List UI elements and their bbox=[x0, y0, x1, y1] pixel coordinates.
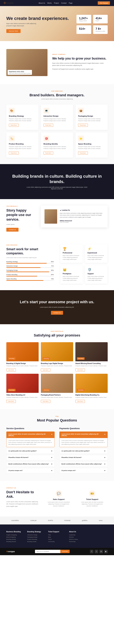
footer-link[interactable]: Graphic Designing bbox=[6, 534, 24, 536]
footer-link[interactable]: Product Branding bbox=[27, 539, 45, 540]
portfolio-description: Praesent volupis dolor et lorem vitendra… bbox=[41, 396, 73, 398]
contact-section: Contact Us Don't Hesitate to Ask. Lorem … bbox=[0, 481, 114, 516]
nav-link-works[interactable]: Works bbox=[47, 2, 52, 4]
nav-link-page[interactable]: Page bbox=[69, 2, 72, 4]
footer-link[interactable]: Branding Results bbox=[6, 541, 24, 542]
service-description: Praesent volupis dolor et lorem Vitendra… bbox=[9, 146, 36, 150]
service-cta-button[interactable]: Read More bbox=[44, 152, 53, 154]
stat-card-2: 414+ Expert bbox=[93, 15, 108, 24]
faq-question[interactable]: Lorem ipsum dolor sit amet consectetur a… bbox=[59, 432, 108, 438]
testimonial-author: William McGonnel bbox=[60, 220, 104, 222]
service-title: Branding Strategy bbox=[9, 115, 36, 117]
nav-cta-button[interactable]: Get Started bbox=[98, 1, 110, 5]
portfolio-cta-button[interactable]: View More bbox=[75, 368, 85, 372]
faq-question[interactable]: Ut porta conque est? ▼ bbox=[59, 468, 108, 473]
smart-work-section: Our Process Smart work for smart compani… bbox=[0, 238, 114, 290]
portfolio-cta-button[interactable]: View More bbox=[41, 368, 50, 372]
faq-answer: Lorem ipsum dolor sit amet consectetur a… bbox=[59, 438, 108, 447]
service-title: Packaging Design bbox=[78, 115, 105, 117]
footer-col-heading: Business Branding bbox=[6, 531, 24, 532]
portfolio-badge: Branding bbox=[77, 389, 85, 391]
nav-link-project[interactable]: Project bbox=[54, 2, 59, 4]
feature-description: Eque volun dolore summoner in telle adip… bbox=[88, 255, 105, 260]
footer-link[interactable]: Blog bbox=[48, 536, 66, 538]
service-description: Praesent volupis dolor et lorem Vitendra… bbox=[78, 146, 105, 150]
newsletter-input[interactable] bbox=[35, 550, 60, 553]
contact-tag: Contact Us bbox=[6, 487, 39, 489]
footer-link[interactable]: Partners bbox=[69, 536, 87, 538]
portfolio-item[interactable]: Branding Digital Advertising Branding Co… bbox=[75, 374, 108, 403]
nav-link-about[interactable]: About Us bbox=[39, 2, 45, 4]
portfolio-cta-button[interactable]: View More bbox=[75, 400, 85, 403]
faq-question[interactable]: Bendi condimentum efficitur fusce ipsum … bbox=[59, 462, 108, 466]
progress-label: Product Branding bbox=[6, 274, 17, 275]
building-brands-section: Building brands in culture. Building cul… bbox=[0, 164, 114, 199]
faq-question[interactable]: Phasellus tristani elit laoreet? ▼ bbox=[6, 455, 55, 460]
nav-link-contact[interactable]: Contact bbox=[61, 2, 66, 4]
portfolio-item[interactable]: Branding Award-Winning Brand Consulting … bbox=[75, 342, 108, 371]
service-card: 🎯 Branding Identity Praesent volupis dol… bbox=[41, 132, 73, 158]
social-twitter[interactable]: t bbox=[95, 550, 98, 553]
smart-work-left: Our Process Smart work for smart compani… bbox=[6, 244, 54, 284]
service-cta-button[interactable]: Read More bbox=[9, 152, 19, 154]
faq-section: FAQ Most Popular Questions Service Quest… bbox=[0, 409, 114, 481]
faq-item: Lorem ipsum dolor sit amet consectetur a… bbox=[6, 432, 55, 447]
testimonial-left: Testimonials Story happy people use our … bbox=[6, 206, 36, 232]
hero-section: We create brand experiences. Eque volun … bbox=[0, 6, 114, 41]
service-cta-button[interactable]: Read More bbox=[9, 124, 19, 127]
contact-card-title: Sales Support bbox=[46, 498, 72, 500]
footer-link[interactable]: Articles & News bbox=[69, 539, 87, 540]
testimonial-cta-button[interactable]: Contact Us bbox=[6, 228, 18, 232]
faq-arrow-icon: ▼ bbox=[104, 470, 106, 472]
progress-bar bbox=[6, 263, 54, 264]
testimonial-image bbox=[45, 209, 57, 224]
feature-description: Eque volun dolore summoner in telle adip… bbox=[63, 276, 80, 281]
portfolio-cta-button[interactable]: View More bbox=[41, 400, 50, 403]
portfolio-cta-button[interactable]: View More bbox=[6, 368, 16, 372]
footer-link[interactable]: Branding Identity bbox=[6, 539, 24, 540]
portfolio-text: Packaging Brand Partners Praesent volupi… bbox=[41, 394, 73, 403]
social-linkedin[interactable]: in bbox=[99, 550, 103, 553]
cta-button[interactable]: Contact Us bbox=[51, 311, 63, 315]
progress-label: Packaging Design bbox=[6, 270, 18, 271]
faq-item: Bendi condimentum efficitur fusce ipsum … bbox=[59, 462, 108, 467]
portfolio-item[interactable]: Branding Branding Logo Digital Design Pr… bbox=[41, 342, 73, 371]
service-cta-button[interactable]: Read More bbox=[44, 124, 53, 127]
faq-arrow-icon: ▲ bbox=[51, 433, 53, 436]
faq-question[interactable]: Bendi condimentum efficitur fusce ipsum … bbox=[6, 462, 55, 466]
footer-link[interactable]: Brand Designing bbox=[6, 536, 24, 538]
social-youtube[interactable]: ▶ bbox=[104, 550, 108, 553]
footer-link[interactable]: Packaging Design bbox=[27, 536, 45, 538]
portfolio-item[interactable]: Branding Video Store Branding 2.0 Praese… bbox=[6, 374, 39, 403]
faq-item: Ac quinta pede non salva prolem godam? ▼ bbox=[6, 448, 55, 454]
service-card: 🏷️ Product Branding Praesent volupis dol… bbox=[6, 132, 39, 158]
stat-label-4: Revenue in 2023 bbox=[96, 30, 105, 32]
progress-fill bbox=[6, 267, 41, 268]
footer-link[interactable]: Branding results bbox=[27, 541, 45, 542]
faq-question[interactable]: Phasellus tristani elit laoreet? ▼ bbox=[59, 455, 108, 460]
footer-link[interactable]: Community bbox=[48, 541, 66, 542]
hero-description: Eque volun dolore summoner in telle adip… bbox=[6, 22, 38, 27]
service-cta-button[interactable]: Read More bbox=[78, 124, 88, 127]
portfolio-thumbnail: Branding bbox=[41, 374, 73, 393]
portfolio-item[interactable]: Branding Branding & Digital Design Praes… bbox=[6, 342, 39, 371]
footer-link[interactable]: Forum bbox=[48, 539, 66, 540]
footer-link[interactable]: Partnership bbox=[69, 541, 87, 542]
faq-question[interactable]: Lorem ipsum dolor sit amet consectetur a… bbox=[6, 432, 55, 438]
social-facebook[interactable]: f bbox=[90, 550, 93, 553]
faq-question[interactable]: Ac quinta pede non salva prolem godam? ▼ bbox=[6, 448, 55, 454]
hero-cta-button[interactable]: Discover More bbox=[6, 29, 21, 33]
faq-title: Most Popular Questions bbox=[6, 418, 108, 422]
portfolio-title: Video Store Branding 2.0 bbox=[6, 394, 39, 396]
faq-question[interactable]: Ac quinta pede non salva prolem godam? ▼ bbox=[59, 448, 108, 454]
footer-link[interactable]: FAQ bbox=[48, 534, 66, 536]
portfolio-item[interactable]: Branding Packaging Brand Partners Praese… bbox=[41, 374, 73, 403]
service-description: Praesent volupis dolor et lorem Vitendra… bbox=[78, 118, 105, 122]
faq-tag: FAQ bbox=[6, 416, 108, 417]
footer-link[interactable]: Leadership bbox=[69, 534, 87, 536]
newsletter-button[interactable]: Subscribe bbox=[60, 550, 70, 553]
portfolio-cta-button[interactable]: View More bbox=[6, 400, 16, 403]
footer-link[interactable]: Interactive Design bbox=[27, 534, 45, 536]
service-cta-button[interactable]: Read More bbox=[78, 152, 88, 154]
faq-question[interactable]: Ut porta conque est? ▼ bbox=[6, 468, 55, 473]
